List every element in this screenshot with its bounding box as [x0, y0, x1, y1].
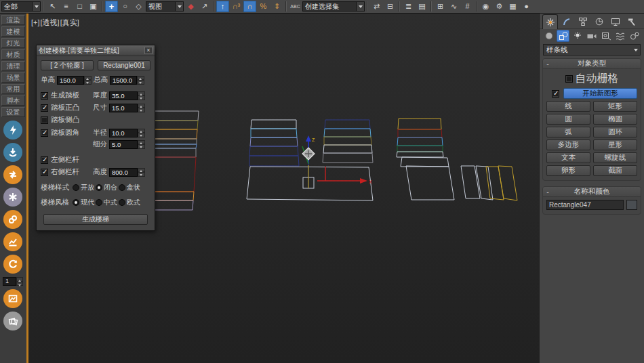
render-production-icon[interactable]: ● [520, 1, 533, 12]
shape-button-ngon[interactable]: 多边形 [546, 140, 590, 150]
use-pivot-center-icon[interactable]: ◆ [184, 1, 197, 12]
shape-button-rectangle[interactable]: 矩形 [593, 101, 637, 112]
move-gizmo[interactable]: z x [302, 135, 372, 188]
shape-button-line[interactable]: 线 [546, 101, 590, 112]
shape-button-ellipse[interactable]: 椭圆 [593, 114, 637, 125]
thickness-spinner[interactable] [138, 91, 145, 100]
right-rail-checkbox[interactable] [41, 169, 48, 176]
radius-field[interactable]: 10.0 [109, 129, 138, 137]
sidebar-spinner[interactable]: 1 [3, 277, 23, 286]
select-move-icon[interactable]: + [105, 1, 118, 12]
percent-snap-icon[interactable]: % [257, 1, 270, 12]
tread-front-checkbox[interactable] [41, 104, 48, 112]
select-manipulate-icon[interactable]: ↗ [198, 1, 211, 12]
subtab-geometry[interactable] [542, 30, 555, 42]
sidebar-tab-material[interactable]: 材质 [1, 49, 25, 60]
subtab-shapes[interactable] [557, 30, 569, 42]
wireframe-stairs-right[interactable] [397, 119, 517, 200]
reference-coordinate-dropdown[interactable]: 视图 [146, 1, 184, 12]
shape-button-egg[interactable]: 卵形 [546, 165, 590, 176]
shape-name-button[interactable]: Rectangle001 [98, 60, 150, 70]
link-icon[interactable] [3, 210, 22, 229]
photos-icon[interactable] [3, 312, 22, 330]
shape-button-text[interactable]: 文本 [546, 152, 590, 163]
select-scale-icon[interactable]: ◇ [132, 1, 145, 12]
image-icon[interactable] [3, 289, 22, 308]
start-new-shape-button[interactable]: 开始新图形 [563, 88, 637, 99]
autogrid-checkbox[interactable] [565, 75, 573, 83]
perspective-viewport[interactable]: [+][透视][真实] [28, 14, 539, 363]
profiles-button[interactable]: [ 2 个轮廓 ] [41, 60, 94, 70]
subtab-systems[interactable] [628, 30, 641, 42]
rectangular-selection-icon[interactable]: □ [73, 1, 86, 12]
segments-spinner[interactable] [138, 140, 145, 149]
layer-manager-icon[interactable]: ≣ [402, 1, 415, 12]
shape-button-star[interactable]: 星形 [593, 140, 637, 150]
thickness-field[interactable]: 35.0 [109, 91, 138, 100]
spinner-arrows-icon[interactable] [16, 277, 23, 286]
start-new-shape-checkbox[interactable] [552, 90, 559, 98]
named-sets-dropdown[interactable]: 创建选择集 [302, 1, 365, 12]
tab-modify[interactable] [559, 14, 574, 29]
size-field[interactable]: 15.0 [109, 104, 138, 112]
segments-field[interactable]: 5.0 [109, 140, 138, 149]
select-object-icon[interactable]: ↖ [46, 1, 59, 12]
scene-explorer-icon[interactable]: ⊞ [434, 1, 447, 12]
subtab-lights[interactable] [571, 30, 584, 42]
render-setup-icon[interactable]: ⚙ [493, 1, 506, 12]
snap-override-icon[interactable]: ↑ [216, 1, 229, 12]
select-by-name-icon[interactable]: ≡ [60, 1, 73, 12]
wireframe-stairs-middle[interactable] [247, 120, 373, 200]
rail-height-spinner[interactable] [138, 168, 145, 177]
sidebar-tab-common[interactable]: 常用 [1, 84, 25, 94]
close-icon[interactable]: × [144, 47, 153, 54]
dialog-titlebar[interactable]: 创建楼梯-[需要单独二维线] × [37, 45, 155, 56]
tab-display[interactable] [607, 14, 623, 29]
chart-icon[interactable] [3, 232, 22, 251]
object-color-swatch[interactable] [626, 200, 637, 210]
generate-stairs-button[interactable]: 生成楼梯 [43, 214, 148, 225]
flavor-chinese-radio[interactable] [96, 199, 102, 206]
total-height-field[interactable]: 1500.0 [110, 76, 137, 85]
asterisk-icon[interactable] [3, 188, 22, 207]
sidebar-tab-cleanup[interactable]: 清理 [1, 61, 25, 71]
sidebar-tab-scene[interactable]: 场景 [1, 72, 25, 83]
sidebar-tab-script[interactable]: 脚本 [1, 95, 25, 106]
subtab-helpers[interactable] [599, 30, 612, 42]
total-height-spinner[interactable] [137, 76, 144, 85]
left-rail-checkbox[interactable] [41, 156, 48, 164]
sidebar-tab-lights[interactable]: 灯光 [1, 38, 25, 48]
selection-filter-dropdown[interactable]: 全部 [1, 1, 41, 12]
snaps-3d-icon[interactable]: ∩³ [230, 1, 243, 12]
shape-button-circle[interactable]: 圆 [546, 114, 590, 125]
shape-button-donut[interactable]: 圆环 [593, 127, 637, 137]
material-editor-icon[interactable]: ◉ [479, 1, 492, 12]
mirror-icon[interactable]: ⇄ [370, 1, 383, 12]
tread-side-checkbox[interactable] [41, 116, 48, 124]
tab-utilities[interactable] [624, 14, 639, 29]
unit-height-field[interactable]: 150.0 [57, 76, 84, 85]
download-icon[interactable] [3, 143, 22, 162]
name-color-rollout-header[interactable]: - 名称和颜色 [543, 187, 641, 197]
ribbon-toggle-icon[interactable]: ▤ [416, 1, 428, 12]
schematic-view-icon[interactable]: # [461, 1, 474, 12]
style-closed-radio[interactable] [96, 184, 102, 191]
shape-button-arc[interactable]: 弧 [546, 127, 590, 137]
sidebar-tab-render[interactable]: 渲染 [1, 15, 25, 25]
swap-arrows-icon[interactable] [3, 165, 22, 184]
shape-button-helix[interactable]: 螺旋线 [593, 152, 637, 163]
recycle-icon[interactable] [3, 255, 22, 274]
rail-height-field[interactable]: 800.0 [109, 168, 138, 177]
object-type-rollout-header[interactable]: - 对象类型 [543, 59, 641, 69]
align-icon[interactable]: ⊟ [384, 1, 397, 12]
shape-category-dropdown[interactable]: 样条线 [543, 44, 641, 56]
flavor-modern-radio[interactable] [73, 199, 79, 206]
spinner-snap-icon[interactable]: ⇕ [270, 1, 283, 12]
window-crossing-icon[interactable]: ▣ [87, 1, 100, 12]
sidebar-tab-modeling[interactable]: 建模 [1, 26, 25, 37]
tab-create[interactable] [542, 14, 558, 29]
subtab-spacewarps[interactable] [613, 30, 626, 42]
subtab-cameras[interactable] [585, 30, 598, 42]
tab-motion[interactable] [591, 14, 607, 29]
object-name-field[interactable]: Rectangle047 [546, 200, 624, 210]
